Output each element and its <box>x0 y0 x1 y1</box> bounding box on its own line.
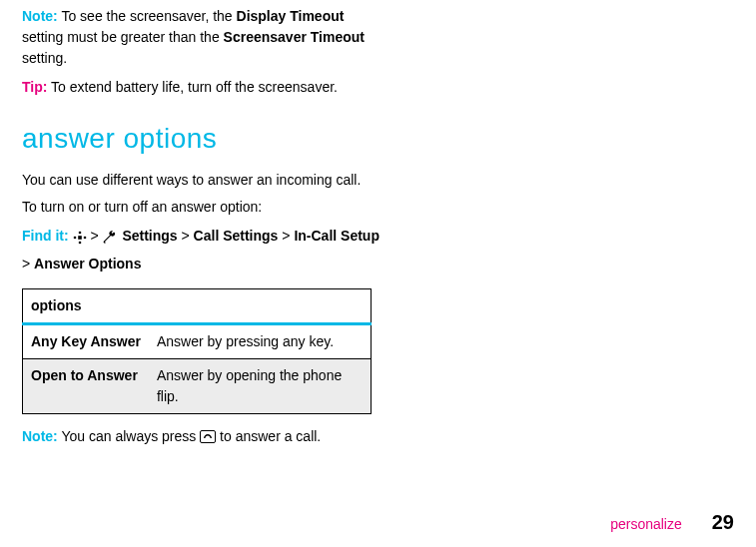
note-answer-call: Note: You can always press to answer a c… <box>22 426 381 447</box>
screensaver-timeout-term: Screensaver Timeout <box>224 29 365 45</box>
footer-section-name: personalize <box>610 514 682 535</box>
display-timeout-term: Display Timeout <box>237 8 345 24</box>
svg-rect-0 <box>78 236 82 240</box>
tip-battery: Tip: To extend battery life, turn off th… <box>22 77 381 98</box>
intro-line-2: To turn on or turn off an answer option: <box>22 197 381 218</box>
note-display-timeout: Note: To see the screensaver, the Displa… <box>22 6 381 69</box>
send-key-icon <box>200 430 216 443</box>
page-footer: personalize 29 <box>610 507 734 537</box>
intro-line-1: You can use different ways to answer an … <box>22 170 381 191</box>
answer-options-table: options Any Key Answer Answer by pressin… <box>22 288 372 414</box>
option-open-to-answer: Open to Answer <box>23 358 149 413</box>
option-any-key-answer-desc: Answer by pressing any key. <box>149 323 372 358</box>
note-label: Note: <box>22 8 58 24</box>
path-answer-options: Answer Options <box>34 256 141 272</box>
find-it-label: Find it: <box>22 228 69 244</box>
svg-point-1 <box>78 232 81 235</box>
svg-point-2 <box>78 242 81 245</box>
settings-wrench-icon <box>103 227 119 248</box>
svg-point-3 <box>73 237 76 240</box>
path-in-call-setup: In-Call Setup <box>294 228 379 244</box>
table-header-options: options <box>23 288 149 323</box>
section-heading-answer-options: answer options <box>22 118 381 160</box>
option-open-to-answer-desc: Answer by opening the phone flip. <box>149 358 372 413</box>
tip-label: Tip: <box>22 79 47 95</box>
footer-page-number: 29 <box>712 507 734 537</box>
svg-point-4 <box>83 237 86 240</box>
option-any-key-answer: Any Key Answer <box>23 323 149 358</box>
table-row: Open to Answer Answer by opening the pho… <box>23 358 372 413</box>
path-call-settings: Call Settings <box>194 228 279 244</box>
center-select-icon <box>73 227 87 248</box>
path-settings: Settings <box>122 228 177 244</box>
note-label: Note: <box>22 428 58 444</box>
table-row: Any Key Answer Answer by pressing any ke… <box>23 323 372 358</box>
find-it-path: Find it: > Settings > Call Settings > <box>22 226 381 274</box>
